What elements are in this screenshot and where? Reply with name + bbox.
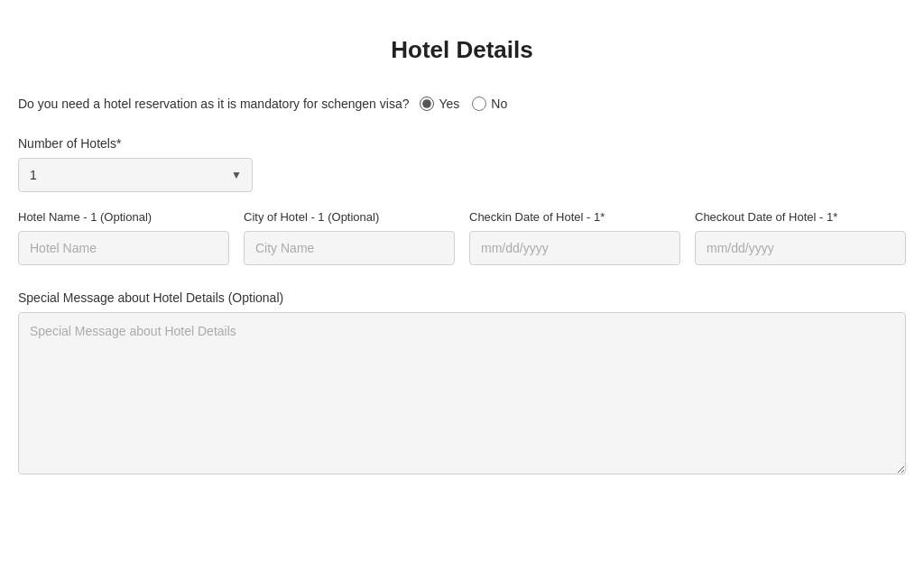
page-container: Hotel Details Do you need a hotel reserv…: [0, 0, 924, 531]
number-of-hotels-label: Number of Hotels*: [18, 136, 906, 151]
special-message-section: Special Message about Hotel Details (Opt…: [18, 290, 906, 477]
page-title: Hotel Details: [18, 36, 906, 64]
city-of-hotel-input[interactable]: [244, 231, 455, 265]
number-of-hotels-section: Number of Hotels* 1 2 3 4 5 ▼: [18, 136, 906, 192]
city-of-hotel-label: City of Hotel - 1 (Optional): [244, 210, 455, 224]
radio-yes-label[interactable]: Yes: [439, 97, 459, 111]
hotel-name-input[interactable]: [18, 231, 229, 265]
radio-option-no[interactable]: No: [472, 97, 507, 111]
number-of-hotels-select[interactable]: 1 2 3 4 5: [18, 158, 253, 192]
checkout-date-field: Checkout Date of Hotel - 1*: [695, 210, 906, 265]
radio-no-input[interactable]: [472, 97, 486, 111]
hotel-fields-row: Hotel Name - 1 (Optional) City of Hotel …: [18, 210, 906, 265]
radio-yes-input[interactable]: [420, 97, 434, 111]
checkout-date-input[interactable]: [695, 231, 906, 265]
special-message-textarea[interactable]: [18, 312, 906, 474]
hotel-name-field: Hotel Name - 1 (Optional): [18, 210, 229, 265]
checkin-date-field: Checkin Date of Hotel - 1*: [469, 210, 680, 265]
hotel-reservation-question-label: Do you need a hotel reservation as it is…: [18, 97, 409, 111]
hotel-name-label: Hotel Name - 1 (Optional): [18, 210, 229, 224]
special-message-label: Special Message about Hotel Details (Opt…: [18, 290, 906, 305]
hotel-reservation-question-row: Do you need a hotel reservation as it is…: [18, 97, 906, 111]
radio-no-label[interactable]: No: [491, 97, 507, 111]
checkout-date-label: Checkout Date of Hotel - 1*: [695, 210, 906, 224]
hotel-reservation-radio-group: Yes No: [420, 97, 507, 111]
number-of-hotels-select-wrapper: 1 2 3 4 5 ▼: [18, 158, 253, 192]
checkin-date-label: Checkin Date of Hotel - 1*: [469, 210, 680, 224]
city-of-hotel-field: City of Hotel - 1 (Optional): [244, 210, 455, 265]
checkin-date-input[interactable]: [469, 231, 680, 265]
radio-option-yes[interactable]: Yes: [420, 97, 459, 111]
